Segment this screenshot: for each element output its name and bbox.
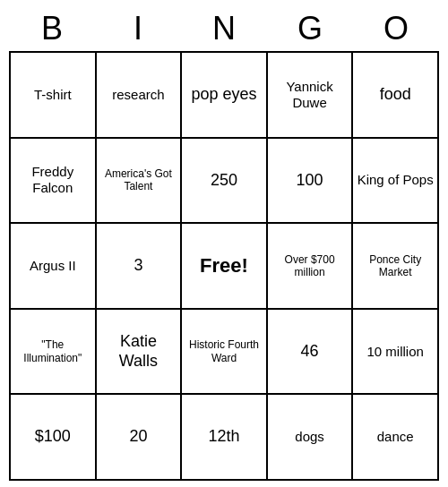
grid-cell-15: "The Illumination" bbox=[11, 310, 97, 396]
grid-cell-13: Over $700 million bbox=[268, 224, 354, 310]
grid-cell-12: Free! bbox=[182, 224, 268, 310]
grid-cell-24: dance bbox=[353, 395, 439, 481]
grid-cell-2: pop eyes bbox=[182, 53, 268, 139]
grid-cell-23: dogs bbox=[268, 395, 354, 481]
grid-cell-19: 10 million bbox=[353, 310, 439, 396]
grid-cell-1: research bbox=[97, 53, 183, 139]
grid-cell-0: T-shirt bbox=[11, 53, 97, 139]
header-letter-N: N bbox=[181, 6, 267, 51]
grid-cell-3: Yannick Duwe bbox=[268, 53, 354, 139]
grid-cell-4: food bbox=[353, 53, 439, 139]
grid-cell-5: Freddy Falcon bbox=[11, 139, 97, 225]
grid-cell-14: Ponce City Market bbox=[353, 224, 439, 310]
grid-cell-22: 12th bbox=[182, 395, 268, 481]
grid-cell-6: America's Got Talent bbox=[97, 139, 183, 225]
header-letter-O: O bbox=[353, 6, 439, 51]
grid-cell-7: 250 bbox=[182, 139, 268, 225]
grid-cell-9: King of Pops bbox=[353, 139, 439, 225]
grid-cell-10: Argus II bbox=[11, 224, 97, 310]
bingo-header: BINGO bbox=[9, 6, 439, 51]
header-letter-I: I bbox=[95, 6, 181, 51]
header-letter-B: B bbox=[9, 6, 95, 51]
grid-cell-8: 100 bbox=[268, 139, 354, 225]
grid-cell-16: Katie Walls bbox=[97, 310, 183, 396]
grid-cell-20: $100 bbox=[11, 395, 97, 481]
bingo-card: BINGO T-shirtresearchpop eyesYannick Duw… bbox=[9, 6, 439, 481]
grid-cell-18: 46 bbox=[268, 310, 354, 396]
grid-cell-21: 20 bbox=[97, 395, 183, 481]
grid-cell-17: Historic Fourth Ward bbox=[182, 310, 268, 396]
bingo-grid: T-shirtresearchpop eyesYannick DuwefoodF… bbox=[9, 51, 439, 481]
grid-cell-11: 3 bbox=[97, 224, 183, 310]
header-letter-G: G bbox=[267, 6, 353, 51]
